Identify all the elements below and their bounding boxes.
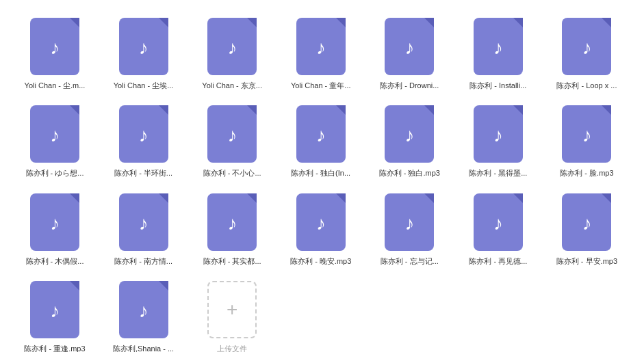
- file-grid: ♪ Yoli Chan - 尘.m... ♪ Yoli Chan - 尘埃...…: [14, 14, 630, 352]
- music-file-icon: ♪: [385, 18, 434, 75]
- music-file-icon: ♪: [474, 18, 523, 75]
- music-note-icon: ♪: [50, 301, 60, 321]
- music-file-icon: ♪: [119, 281, 168, 338]
- music-file-icon: ♪: [474, 105, 523, 163]
- music-note-icon: ♪: [50, 38, 60, 57]
- music-note-icon: ♪: [404, 214, 414, 233]
- music-file-icon: ♪: [119, 105, 168, 163]
- file-item[interactable]: ♪ Yoli Chan - 东京...: [191, 14, 273, 94]
- file-label: 陈亦利 - 晚安.mp3: [290, 256, 351, 266]
- music-file-icon: ♪: [385, 105, 434, 163]
- file-item[interactable]: ♪ 陈亦利 - 再见德...: [457, 189, 539, 270]
- file-label: Yoli Chan - 童年...: [291, 81, 351, 90]
- music-note-icon: ♪: [582, 38, 591, 57]
- music-note-icon: ♪: [50, 214, 60, 233]
- music-note-icon: ♪: [139, 38, 149, 57]
- file-item[interactable]: ♪ 陈亦利 - Drowni...: [368, 14, 450, 94]
- file-label: 陈亦利 - Drowni...: [380, 81, 439, 90]
- music-note-icon: ♪: [316, 38, 326, 57]
- file-item[interactable]: ♪ 陈亦利 - 重逢.mp3: [14, 277, 96, 352]
- file-item[interactable]: ♪ 陈亦利 - 南方情...: [103, 189, 185, 270]
- music-file-icon: ♪: [296, 105, 346, 163]
- file-item[interactable]: ♪ 陈亦利 - 独白(In...: [280, 101, 362, 182]
- upload-item[interactable]: + 上传文件: [191, 277, 273, 352]
- file-label: 陈亦利 - 重逢.mp3: [24, 344, 85, 352]
- file-label: 陈亦利 - 独白(In...: [291, 168, 350, 178]
- music-file-icon: ♪: [30, 105, 79, 163]
- file-label: 陈亦利 - 木偶假...: [26, 256, 84, 266]
- plus-icon: +: [227, 300, 237, 319]
- file-label: 陈亦利 - Loop x ...: [556, 81, 617, 90]
- music-note-icon: ♪: [227, 126, 237, 145]
- file-label: 陈亦利,Shania - ...: [113, 344, 174, 352]
- music-note-icon: ♪: [582, 214, 591, 233]
- file-item[interactable]: ♪ 陈亦利 - 晚安.mp3: [280, 189, 362, 270]
- file-label: 陈亦利 - 南方情...: [114, 256, 172, 266]
- file-item[interactable]: ♪ 陈亦利 - 其实都...: [191, 189, 273, 270]
- upload-label: 上传文件: [217, 344, 247, 352]
- music-note-icon: ♪: [404, 126, 414, 145]
- music-note-icon: ♪: [139, 301, 149, 321]
- file-item[interactable]: ♪ 陈亦利 - 半环街...: [103, 101, 185, 182]
- music-file-icon: ♪: [30, 281, 79, 338]
- file-item[interactable]: ♪ Yoli Chan - 尘.m...: [14, 14, 96, 94]
- music-file-icon: ♪: [119, 193, 168, 251]
- file-item[interactable]: ♪ 陈亦利 - 木偶假...: [14, 189, 96, 270]
- music-note-icon: ♪: [316, 214, 326, 233]
- file-label: 陈亦利 - 不小心...: [203, 168, 261, 178]
- music-note-icon: ♪: [50, 126, 60, 145]
- file-item[interactable]: ♪ 陈亦利 - 脸.mp3: [545, 101, 628, 182]
- music-note-icon: ♪: [582, 126, 591, 145]
- file-label: Yoli Chan - 东京...: [202, 81, 262, 90]
- file-label: 陈亦利 - 其实都...: [203, 256, 261, 266]
- music-file-icon: ♪: [562, 105, 611, 163]
- file-label: 陈亦利 - 早安.mp3: [556, 256, 617, 266]
- file-item[interactable]: ♪ 陈亦利 - Installi...: [457, 14, 539, 94]
- file-label: 陈亦利 - Installi...: [469, 81, 526, 90]
- file-item[interactable]: ♪ 陈亦利 - 忘与记...: [368, 189, 450, 270]
- music-note-icon: ♪: [139, 126, 149, 145]
- file-item[interactable]: ♪ 陈亦利 - 早安.mp3: [545, 189, 628, 270]
- file-label: 陈亦利 - 再见德...: [469, 256, 527, 266]
- music-note-icon: ♪: [493, 126, 503, 145]
- music-file-icon: ♪: [562, 18, 611, 75]
- music-file-icon: ♪: [30, 18, 79, 75]
- music-note-icon: ♪: [316, 126, 326, 145]
- file-item[interactable]: ♪ 陈亦利 - Loop x ...: [545, 14, 628, 94]
- file-item[interactable]: ♪ 陈亦利 - 独白.mp3: [368, 101, 450, 182]
- music-file-icon: ♪: [207, 18, 257, 75]
- file-label: 陈亦利 - 半环街...: [114, 168, 172, 178]
- file-item[interactable]: ♪ 陈亦利 - 不小心...: [191, 101, 273, 182]
- music-note-icon: ♪: [404, 38, 414, 57]
- music-file-icon: ♪: [562, 193, 611, 251]
- music-file-icon: ♪: [385, 193, 434, 251]
- file-label: 陈亦利 - ゆら想...: [26, 168, 84, 178]
- music-note-icon: ♪: [493, 38, 503, 57]
- music-file-icon: ♪: [296, 193, 346, 251]
- file-label: Yoli Chan - 尘埃...: [114, 81, 174, 90]
- file-item[interactable]: ♪ Yoli Chan - 尘埃...: [103, 14, 185, 94]
- upload-icon: +: [207, 281, 257, 338]
- music-note-icon: ♪: [227, 38, 237, 57]
- file-item[interactable]: ♪ 陈亦利 - ゆら想...: [14, 101, 96, 182]
- music-file-icon: ♪: [296, 18, 346, 75]
- file-item[interactable]: ♪ Yoli Chan - 童年...: [280, 14, 362, 94]
- music-note-icon: ♪: [227, 214, 237, 233]
- music-file-icon: ♪: [474, 193, 523, 251]
- music-file-icon: ♪: [119, 18, 168, 75]
- file-item[interactable]: ♪ 陈亦利 - 黑得墨...: [457, 101, 539, 182]
- file-label: 陈亦利 - 黑得墨...: [469, 168, 527, 178]
- music-note-icon: ♪: [493, 214, 503, 233]
- music-file-icon: ♪: [207, 105, 257, 163]
- file-label: Yoli Chan - 尘.m...: [25, 81, 86, 90]
- file-label: 陈亦利 - 脸.mp3: [560, 168, 613, 178]
- file-item[interactable]: ♪ 陈亦利,Shania - ...: [103, 277, 185, 352]
- file-label: 陈亦利 - 独白.mp3: [379, 168, 440, 178]
- music-file-icon: ♪: [207, 193, 257, 251]
- music-file-icon: ♪: [30, 193, 79, 251]
- file-label: 陈亦利 - 忘与记...: [381, 256, 439, 266]
- music-note-icon: ♪: [139, 214, 149, 233]
